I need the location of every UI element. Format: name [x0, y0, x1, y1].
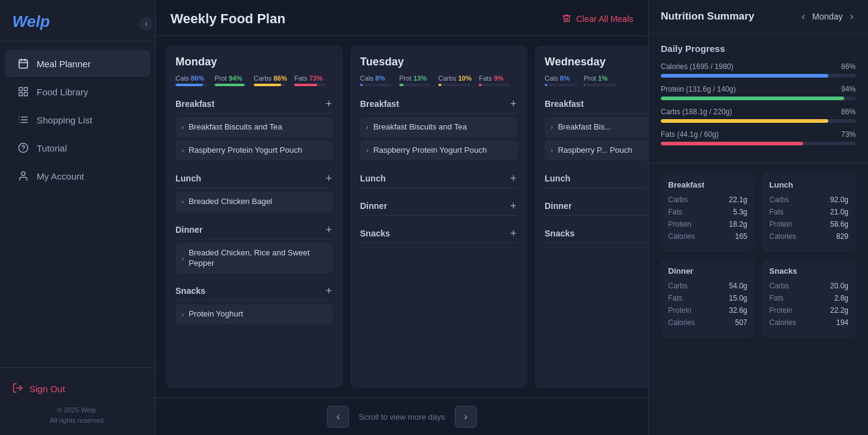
- breakdown-val: 21.0g: [830, 208, 848, 216]
- meal-section-title: Lunch: [545, 174, 570, 183]
- progress-pct: 94%: [841, 85, 856, 93]
- page-title: Weekly Food Plan: [171, 11, 285, 27]
- breakdown-key: Fats: [770, 208, 784, 216]
- meal-section-dinner: Dinner+ › Breaded Chicken, Rice and Swee…: [175, 221, 333, 274]
- sidebar-item-label: Meal Planner: [37, 59, 90, 69]
- add-meal-button[interactable]: +: [509, 173, 518, 184]
- breakdown-row: Carbs 54.0g: [668, 282, 748, 290]
- meal-section-title: Lunch: [360, 174, 386, 183]
- clear-meals-label: Clear All Meals: [576, 14, 633, 24]
- daily-progress-section: Daily Progress Calories (1695 / 1980) 86…: [649, 34, 868, 163]
- add-meal-button[interactable]: +: [324, 224, 333, 235]
- stat-bar: [584, 84, 616, 86]
- meal-item[interactable]: › Raspberry Protein Yogurt Pouch: [175, 141, 333, 161]
- meal-item[interactable]: › Raspberry P... Pouch: [545, 141, 648, 161]
- breakdown-key: Calories: [770, 318, 796, 327]
- meal-item[interactable]: › Breaded Chicken Bagel: [175, 192, 333, 212]
- meal-item[interactable]: › Breaded Chicken, Rice and Sweet Pepper: [175, 243, 333, 274]
- sidebar-item-food-library[interactable]: Food Library: [5, 78, 150, 105]
- progress-pct: 86%: [841, 62, 856, 71]
- day-stats: Cals 8% Prot 13% Carbs 10% Fats 9%: [360, 75, 518, 86]
- logo: Welp: [0, 0, 155, 42]
- progress-item: Protein (131.6g / 140g) 94%: [661, 85, 856, 100]
- day-column-tuesday: Tuesday Cals 8% Prot 13% Carbs 10% Fats …: [350, 46, 528, 388]
- meal-section-header: Lunch+: [360, 169, 518, 188]
- add-meal-button[interactable]: +: [324, 285, 333, 296]
- breakdown-row: Calories 194: [770, 318, 849, 327]
- breakdown-card-title: Breakfast: [668, 180, 748, 189]
- day-nav: ‹ Monday ›: [800, 10, 856, 23]
- stat-bar: [479, 84, 510, 86]
- meal-item-name: Raspberry P... Pouch: [558, 145, 633, 156]
- stat-bar-fill: [545, 84, 547, 86]
- stat-pct: 86%: [273, 75, 287, 82]
- scroll-label: Scroll to view more days: [359, 412, 445, 422]
- sidebar-item-shopping-list[interactable]: Shopping List: [5, 106, 150, 133]
- sidebar-item-label: Tutorial: [37, 143, 67, 153]
- scroll-next-button[interactable]: ›: [455, 406, 477, 428]
- scroll-prev-button[interactable]: ‹: [327, 406, 349, 428]
- add-meal-button[interactable]: +: [509, 200, 518, 211]
- meal-item[interactable]: › Raspberry Protein Yogurt Pouch: [360, 141, 518, 161]
- breakdown-val: 20.0g: [830, 282, 848, 290]
- breakdown-key: Carbs: [668, 282, 688, 290]
- sign-out-button[interactable]: Sign Out: [12, 378, 65, 400]
- meal-item[interactable]: › Breakfast Biscuits and Tea: [175, 117, 333, 137]
- meal-section-snacks: Snacks+: [545, 224, 648, 243]
- chevron-right-icon: ›: [182, 255, 184, 262]
- meal-item[interactable]: › Breakfast Bis...: [545, 117, 648, 137]
- progress-pct: 86%: [841, 108, 856, 116]
- breakdown-key: Calories: [770, 232, 796, 241]
- meal-section-breakfast: Breakfast+ › Breakfast Biscuits and Tea …: [360, 95, 518, 161]
- breakdown-row: Calories 829: [770, 232, 849, 241]
- breakdown-row: Protein 18.2g: [668, 220, 748, 228]
- chevron-right-icon: ›: [182, 198, 184, 205]
- sidebar-collapse-button[interactable]: ‹: [139, 17, 153, 31]
- breakdown-key: Protein: [770, 220, 793, 228]
- grid-icon: [17, 86, 29, 98]
- sidebar-item-meal-planner[interactable]: Meal Planner: [5, 50, 150, 77]
- breakdown-val: 58.6g: [830, 220, 848, 228]
- stat-label: Carbs 86%: [254, 75, 287, 82]
- day-nav-prev-button[interactable]: ‹: [800, 10, 807, 23]
- add-meal-button[interactable]: +: [509, 98, 518, 109]
- breakdown-row: Fats 21.0g: [770, 208, 849, 216]
- breakdown-key: Protein: [668, 306, 691, 315]
- sidebar-footer: Sign Out © 2025 Welp. All rights reserve…: [0, 367, 155, 435]
- clear-meals-button[interactable]: Clear All Meals: [562, 13, 633, 25]
- chevron-right-icon: ›: [551, 147, 553, 154]
- breakdown-val: 15.0g: [729, 294, 747, 302]
- meal-section-breakfast: Breakfast+ › Breakfast Bis... › Raspberr…: [545, 95, 648, 161]
- help-circle-icon: [17, 142, 29, 154]
- meal-item[interactable]: › Breakfast Biscuits and Tea: [360, 117, 518, 137]
- stat-bar-fill: [215, 84, 245, 86]
- add-meal-button[interactable]: +: [509, 228, 518, 239]
- add-meal-button[interactable]: +: [324, 98, 333, 109]
- add-meal-button[interactable]: +: [324, 173, 333, 184]
- sidebar-item-tutorial[interactable]: Tutorial: [5, 134, 150, 161]
- stat-bar: [360, 84, 392, 86]
- day-nav-next-button[interactable]: ›: [848, 10, 856, 23]
- stat-item-prot: Prot 1%: [584, 75, 616, 86]
- stat-bar: [215, 84, 246, 86]
- meal-section-header: Dinner+: [175, 221, 333, 239]
- meal-section-title: Breakfast: [175, 99, 215, 109]
- stat-label: Prot 1%: [584, 75, 616, 82]
- svg-rect-0: [19, 60, 28, 68]
- stat-pct: 10%: [458, 75, 471, 82]
- meal-section-lunch: Lunch+ › Breaded Chicken Bagel: [175, 169, 333, 212]
- nutrition-panel: Nutrition Summary ‹ Monday › Daily Progr…: [648, 0, 868, 435]
- main-content: Weekly Food Plan Clear All Meals Monday …: [156, 0, 648, 435]
- breakdown-val: 92.0g: [830, 196, 848, 204]
- svg-point-16: [21, 172, 25, 175]
- progress-row: Carbs (188.1g / 220g) 86%: [661, 108, 856, 116]
- breakdown-key: Calories: [668, 232, 695, 241]
- meal-item[interactable]: › Protein Yoghurt: [175, 304, 333, 324]
- sidebar-item-my-account[interactable]: My Account: [5, 163, 150, 189]
- progress-item: Fats (44.1g / 60g) 73%: [661, 130, 856, 145]
- progress-label: Fats (44.1g / 60g): [661, 130, 719, 139]
- breakdown-row: Carbs 22.1g: [668, 196, 748, 204]
- breakdown-card-snacks: Snacks Carbs 20.0g Fats 2.8g Protein 22.…: [762, 259, 856, 338]
- meal-item-name: Breakfast Bis...: [558, 122, 611, 133]
- svg-rect-6: [19, 93, 22, 96]
